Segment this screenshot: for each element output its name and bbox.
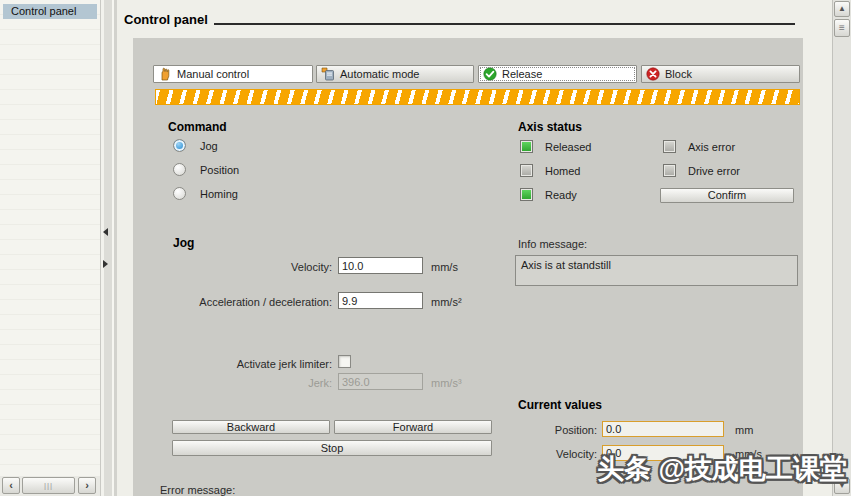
scroll-up-icon[interactable]: ▲ — [834, 1, 850, 17]
check-circle-icon — [483, 67, 497, 81]
current-position-label: Position: — [500, 424, 597, 436]
sidebar-item-control-panel[interactable]: Control panel — [3, 4, 97, 19]
status-ready: Ready — [520, 188, 577, 201]
info-message-box: Axis is at standstill — [515, 255, 798, 286]
vertical-scroll-thumb[interactable]: ≡ — [834, 19, 850, 37]
radio-jog[interactable]: Jog — [173, 139, 218, 152]
automatic-mode-button[interactable]: Automatic mode — [316, 65, 474, 83]
confirm-button[interactable]: Confirm — [660, 188, 794, 203]
current-values-heading: Current values — [518, 398, 602, 412]
jerk-input — [338, 373, 423, 390]
scroll-right-icon[interactable]: › — [78, 477, 96, 494]
radio-unselected-icon[interactable] — [173, 163, 186, 176]
current-position-unit: mm — [735, 424, 753, 436]
radio-jog-label: Jog — [200, 140, 218, 152]
radio-position[interactable]: Position — [173, 163, 239, 176]
radio-position-label: Position — [200, 164, 239, 176]
title-underline — [214, 23, 795, 25]
status-drive-error-label: Drive error — [688, 165, 740, 177]
status-released: Released — [520, 140, 591, 153]
status-homed: Homed — [520, 164, 580, 177]
velocity-label: Velocity: — [140, 261, 332, 273]
velocity-input[interactable] — [338, 257, 423, 274]
jog-heading: Jog — [173, 236, 194, 250]
led-green-icon — [520, 188, 533, 201]
jerk-label: Jerk: — [140, 377, 332, 389]
radio-homing[interactable]: Homing — [173, 187, 238, 200]
sidebar-horizontal-scrollbar[interactable]: ‹ ||| › — [0, 476, 100, 496]
status-released-label: Released — [545, 141, 591, 153]
status-axis-error-label: Axis error — [688, 141, 735, 153]
collapse-left-icon[interactable] — [103, 228, 108, 236]
acceleration-input[interactable] — [338, 292, 423, 309]
command-heading: Command — [168, 120, 227, 134]
control-panel-window: Control panel ‹ ||| › Control panel Manu… — [0, 0, 851, 496]
stop-button[interactable]: Stop — [172, 440, 492, 456]
radio-unselected-icon[interactable] — [173, 187, 186, 200]
block-button[interactable]: Block — [641, 65, 800, 83]
acceleration-label: Acceleration / deceleration: — [140, 296, 332, 308]
radio-homing-label: Homing — [200, 188, 238, 200]
hand-icon — [158, 67, 172, 81]
led-green-icon — [520, 140, 533, 153]
jerk-limiter-label: Activate jerk limiter: — [140, 358, 332, 370]
vertical-scrollbar[interactable]: ▲ ≡ ▼ — [832, 0, 851, 496]
hazard-stripe-bar — [155, 89, 800, 105]
forward-button[interactable]: Forward — [334, 420, 492, 434]
status-drive-error: Drive error — [663, 164, 740, 177]
block-label: Block — [665, 66, 692, 82]
horizontal-scroll-thumb[interactable]: ||| — [22, 477, 75, 494]
page-title: Control panel — [124, 12, 208, 27]
release-button[interactable]: Release — [478, 65, 637, 83]
status-axis-error: Axis error — [663, 140, 735, 153]
collapse-right-icon[interactable] — [103, 260, 108, 268]
led-grey-icon — [520, 164, 533, 177]
status-ready-label: Ready — [545, 189, 577, 201]
scroll-left-icon[interactable]: ‹ — [2, 477, 20, 494]
axis-status-heading: Axis status — [518, 120, 582, 134]
info-message-label: Info message: — [518, 238, 587, 250]
radio-selected-icon[interactable] — [173, 139, 186, 152]
sidebar: Control panel ‹ ||| › — [0, 0, 100, 496]
velocity-unit: mm/s — [431, 261, 458, 273]
led-grey-icon — [663, 140, 676, 153]
automatic-icon — [321, 67, 335, 81]
jerk-unit: mm/s³ — [431, 377, 462, 389]
sidebar-splitter[interactable] — [100, 0, 117, 496]
watermark: 头条 @技成电工课堂 — [597, 451, 847, 487]
current-position-value — [602, 421, 724, 437]
automatic-mode-label: Automatic mode — [340, 66, 419, 82]
block-circle-icon — [646, 67, 660, 81]
manual-control-button[interactable]: Manual control — [153, 65, 313, 83]
current-velocity-label: Velocity: — [500, 448, 597, 460]
manual-control-label: Manual control — [177, 66, 249, 82]
release-label: Release — [502, 66, 542, 82]
error-message-label: Error message: — [160, 484, 235, 496]
jerk-limiter-checkbox[interactable] — [338, 355, 351, 368]
acceleration-unit: mm/s² — [431, 296, 462, 308]
backward-button[interactable]: Backward — [172, 420, 330, 434]
led-grey-icon — [663, 164, 676, 177]
status-homed-label: Homed — [545, 165, 580, 177]
